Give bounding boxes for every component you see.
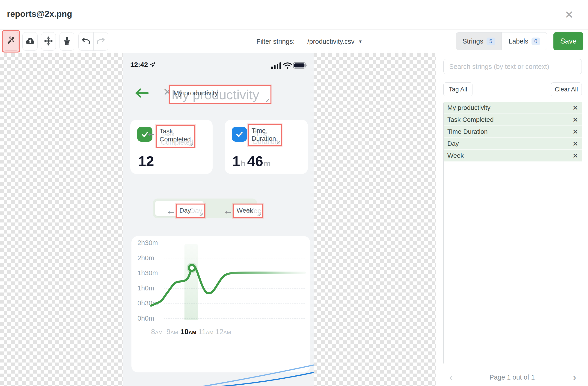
strings-list: My productivity ✕ Task Completed ✕ Time … (443, 102, 582, 364)
tag-all-button[interactable]: Tag All (443, 82, 472, 96)
hours-unit: h (240, 159, 245, 168)
remove-string-icon[interactable]: ✕ (572, 104, 578, 112)
upload-button[interactable] (22, 32, 38, 51)
strings-sidebar: Tag All Clear All My productivity ✕ Task… (436, 53, 588, 386)
cellular-signal-icon (271, 62, 281, 70)
string-text: Time Duration (447, 128, 488, 135)
strings-count-badge: 5 (486, 38, 495, 45)
string-row[interactable]: Day ✕ (444, 138, 582, 150)
auto-tag-tool-active-highlight[interactable] (2, 30, 20, 53)
tag-pointer-arrow-icon: ← (166, 206, 176, 215)
battery-icon (293, 62, 307, 70)
string-text: My productivity (447, 104, 490, 112)
move-button[interactable] (41, 32, 56, 51)
pagination-text: Page 1 out of 1 (489, 374, 535, 381)
remove-string-icon[interactable]: ✕ (572, 152, 578, 160)
tagbox-day[interactable]: ← Day Day (176, 204, 205, 218)
tag-label: Day (179, 207, 191, 214)
labels-count-badge: 0 (531, 38, 540, 45)
tagbox-time-duration[interactable]: ← TimeDuration TimeDuration (248, 124, 282, 146)
header: reports@2x.png ✕ (0, 0, 588, 30)
tag-label: Week (237, 207, 253, 214)
save-button[interactable]: Save (553, 32, 583, 50)
tag-pointer-arrow-icon: ← (238, 127, 248, 137)
string-row[interactable]: Task Completed ✕ (444, 114, 582, 126)
chevron-left-icon[interactable]: ‹ (449, 372, 453, 382)
search-input[interactable] (443, 59, 582, 74)
redo-icon (97, 37, 105, 46)
tagbox-task-completed[interactable]: ← TaskCompleted TaskCompleted (156, 125, 195, 148)
time-duration-value: 1 h 46 m (232, 153, 272, 169)
back-arrow-icon[interactable] (134, 88, 149, 99)
redo-button[interactable] (93, 33, 108, 50)
cloud-upload-icon (25, 37, 35, 46)
original-text-ghost: Day (190, 207, 202, 215)
string-row[interactable]: Week ✕ (444, 150, 582, 161)
brush-button[interactable] (60, 32, 74, 51)
clear-all-button[interactable]: Clear All (551, 82, 582, 96)
string-row[interactable]: Time Duration ✕ (444, 126, 582, 137)
location-arrow-icon (150, 62, 156, 69)
tag-pointer-arrow-icon: ← (223, 206, 233, 215)
tag-label: TaskCompleted (160, 127, 191, 143)
string-row[interactable]: My productivity ✕ (444, 102, 582, 114)
magic-wand-icon (6, 36, 16, 47)
time-duration-line-chart (131, 236, 310, 372)
tag-pointer-arrow-icon: ← (146, 128, 156, 138)
brush-icon (63, 36, 71, 47)
chevron-right-icon[interactable]: › (573, 372, 576, 382)
toolbar: Filter strings: /productivity.csv ▾ Stri… (0, 30, 588, 53)
remove-string-icon[interactable]: ✕ (572, 128, 578, 136)
filter-file-value: /productivity.csv (307, 38, 355, 45)
undo-redo-group (78, 32, 108, 51)
tab-labels[interactable]: Labels 0 (502, 33, 547, 50)
wifi-icon (283, 62, 292, 70)
remove-string-icon[interactable]: ✕ (572, 116, 578, 124)
undo-icon (82, 37, 90, 46)
tab-labels-label: Labels (509, 38, 528, 45)
strings-labels-tabs: Strings 5 Labels 0 (456, 32, 547, 50)
remove-string-icon[interactable]: ✕ (572, 140, 578, 148)
productivity-chart-card: 0h0m 0h30m 1h0m 1h30m 2h0m 2h30m (131, 236, 310, 372)
close-icon[interactable]: ✕ (563, 8, 576, 21)
minutes-value: 46 (247, 153, 263, 169)
tagbox-my-productivity[interactable]: My productivity My productivity (169, 85, 272, 104)
status-bar-time: 12:42 (130, 61, 148, 69)
chevron-down-icon: ▾ (359, 39, 361, 44)
tag-label: My productivity (173, 89, 218, 97)
screenshot-editor-window: reports@2x.png ✕ (0, 0, 588, 386)
tag-label: TimeDuration (252, 126, 276, 143)
pagination: ‹ Page 1 out of 1 › (436, 370, 588, 384)
x-tick[interactable]: 12AM (213, 328, 233, 336)
peak-marker (189, 265, 195, 271)
minutes-unit: m (264, 159, 271, 168)
tagbox-week[interactable]: ← Week Week (233, 204, 263, 218)
magic-wand-button[interactable] (4, 32, 19, 51)
page-title: reports@2x.png (7, 9, 72, 19)
tab-strings-label: Strings (462, 38, 483, 45)
tab-strings[interactable]: Strings 5 (456, 33, 502, 50)
string-text: Week (447, 152, 464, 159)
task-completed-value: 12 (138, 153, 154, 169)
filter-file-dropdown[interactable]: /productivity.csv ▾ (307, 30, 361, 53)
phone-screenshot: 12:42 (123, 53, 314, 386)
next-chart-preview-curves (123, 358, 314, 386)
move-arrows-icon (43, 36, 53, 47)
undo-button[interactable] (79, 33, 93, 50)
string-text: Day (447, 140, 459, 147)
hours-value: 1 (232, 153, 240, 169)
filter-strings-label: Filter strings: (256, 30, 295, 53)
string-text: Task Completed (447, 116, 494, 123)
